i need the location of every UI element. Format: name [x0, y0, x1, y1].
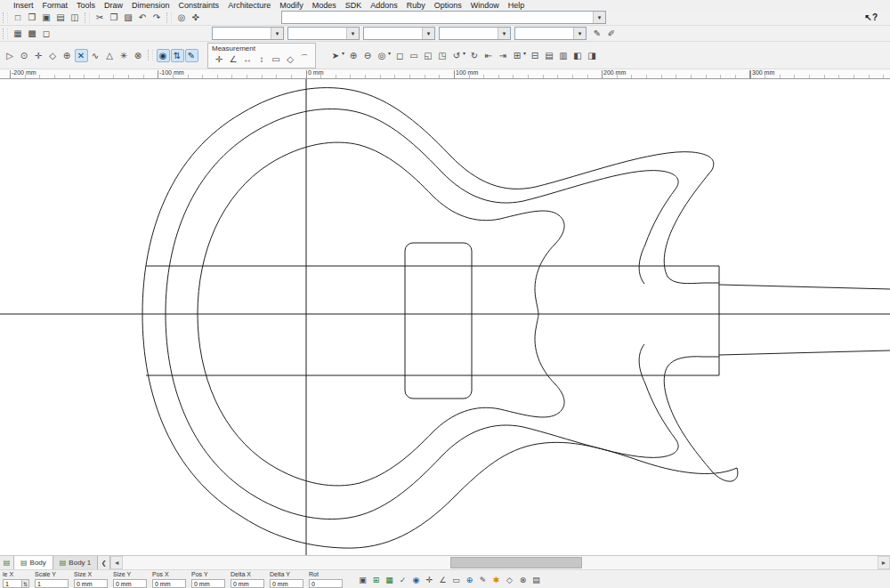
- chevron-down-icon[interactable]: ▾: [498, 28, 510, 39]
- chevron-down-icon[interactable]: ▾: [346, 28, 359, 39]
- pan-right-icon[interactable]: ⇥: [497, 49, 510, 62]
- menu-item-ruby[interactable]: Ruby: [402, 1, 430, 10]
- layer-combo[interactable]: ▾: [212, 27, 284, 40]
- lineweight-combo[interactable]: ▾: [439, 27, 511, 40]
- chevron-down-icon[interactable]: ▾: [463, 50, 465, 56]
- edit-mode-icon[interactable]: ✎: [477, 574, 489, 585]
- tab-body[interactable]: ▤ Body: [14, 556, 53, 569]
- view-bottom-icon[interactable]: ▥: [557, 49, 570, 62]
- view-top-icon[interactable]: ▤: [543, 49, 556, 62]
- no-snap-icon[interactable]: ✕: [75, 49, 88, 62]
- snap-on-icon[interactable]: ✓: [397, 574, 409, 585]
- scale-y-input[interactable]: 1: [35, 579, 69, 588]
- menu-item-constraints[interactable]: Constraints: [174, 1, 224, 10]
- paste-icon[interactable]: ▨: [122, 11, 135, 24]
- toolbar-grip[interactable]: [3, 28, 8, 39]
- angle-snap-icon[interactable]: ∠: [437, 574, 449, 585]
- toolbar-grip[interactable]: [148, 50, 153, 60]
- snap-curve-icon[interactable]: ∿: [89, 49, 102, 62]
- zoom-out-icon[interactable]: ⊖: [361, 49, 375, 62]
- ortho-icon[interactable]: ▭: [450, 574, 462, 585]
- snap-diamond-icon[interactable]: ◇: [46, 49, 60, 62]
- tab-body-1[interactable]: ▤ Body 1: [53, 556, 98, 569]
- copy-icon[interactable]: ❐: [108, 11, 121, 24]
- menu-item-format[interactable]: Format: [38, 1, 73, 10]
- chevron-down-icon[interactable]: ▾: [342, 50, 344, 56]
- menu-item-modes[interactable]: Modes: [308, 1, 341, 10]
- measure-distance-icon[interactable]: ↔: [241, 52, 255, 66]
- tab-list-button[interactable]: ▤: [0, 556, 14, 569]
- rotate-cw-icon[interactable]: ↻: [468, 49, 481, 62]
- menu-item-draw[interactable]: Draw: [100, 1, 127, 10]
- rot-input[interactable]: 0: [309, 579, 343, 588]
- scrollbar-thumb[interactable]: [450, 557, 582, 568]
- measure-angle-icon[interactable]: ∠: [227, 52, 240, 66]
- measure-diagonal-icon[interactable]: ◇: [284, 52, 297, 66]
- toolbar-grip[interactable]: [85, 12, 90, 23]
- snap-star-icon[interactable]: ✳: [117, 49, 131, 62]
- snap-intersection-icon[interactable]: ⊗: [132, 49, 145, 62]
- horizontal-scrollbar[interactable]: ◄ ►: [110, 556, 890, 569]
- measure-area-icon[interactable]: ▭: [270, 52, 283, 66]
- selection-info-combo[interactable]: ▾: [281, 11, 606, 24]
- sketch-icon[interactable]: ✎: [185, 49, 198, 62]
- properties-icon[interactable]: ◻: [40, 27, 53, 40]
- zoom-full-icon[interactable]: ▭: [408, 49, 421, 62]
- linetype-combo[interactable]: ▾: [363, 27, 435, 40]
- pos-x-input[interactable]: 0 mm: [152, 579, 186, 588]
- menu-item-options[interactable]: Options: [430, 1, 466, 10]
- chevron-down-icon[interactable]: ▾: [523, 50, 526, 56]
- horizontal-ruler[interactable]: -200 mm -100 mm 0 mm 100 mm 200 mm 300 m…: [0, 69, 890, 79]
- neck-through-lines[interactable]: [146, 266, 890, 375]
- zoom-select-icon[interactable]: ➤: [329, 49, 343, 62]
- grid-remove-icon[interactable]: ⊟: [529, 49, 542, 62]
- measure-vertical-icon[interactable]: ↕: [255, 52, 269, 66]
- undo-icon[interactable]: ↶: [136, 11, 150, 24]
- snap-cross-icon[interactable]: ✛: [32, 49, 45, 62]
- spinner-icon[interactable]: ⇅: [22, 579, 29, 588]
- menu-item-insert[interactable]: Insert: [9, 1, 38, 10]
- select-tool-icon[interactable]: ▷: [4, 49, 17, 62]
- scroll-left-arrow-icon[interactable]: ◄: [110, 556, 123, 569]
- view-right-icon[interactable]: ◳: [436, 49, 449, 62]
- print-icon[interactable]: ▤: [54, 11, 68, 24]
- constrain-icon[interactable]: ⇅: [171, 49, 184, 62]
- layer-state-icon[interactable]: ▤: [530, 574, 542, 585]
- magnetic-point-icon[interactable]: ◉: [157, 49, 170, 62]
- grid-display-icon[interactable]: ▦: [384, 574, 395, 585]
- snap-triangle-icon[interactable]: △: [103, 49, 117, 62]
- chevron-down-icon[interactable]: ▾: [573, 28, 586, 39]
- cut-icon[interactable]: ✂: [93, 11, 107, 24]
- zoom-icon[interactable]: ◎: [175, 11, 189, 24]
- toolbar-grip[interactable]: [166, 12, 172, 23]
- hatch-icon[interactable]: ▩: [26, 27, 39, 40]
- menu-item-addons[interactable]: Addons: [366, 1, 402, 10]
- zoom-extents-icon[interactable]: ◎: [376, 49, 389, 62]
- layers-icon[interactable]: ▦: [12, 27, 25, 40]
- redo-icon[interactable]: ↷: [150, 11, 164, 24]
- polar-icon[interactable]: ⊕: [464, 574, 475, 585]
- snap-center-icon[interactable]: ⊕: [61, 49, 74, 62]
- scroll-right-arrow-icon[interactable]: ►: [878, 556, 890, 569]
- intersection-icon[interactable]: ⊗: [517, 574, 529, 585]
- chevron-down-icon[interactable]: ▾: [388, 50, 391, 56]
- zoom-window-icon[interactable]: ◻: [393, 49, 407, 62]
- toolbar-grip[interactable]: [3, 12, 8, 23]
- diamond-snap-icon[interactable]: ◇: [504, 574, 515, 585]
- pos-y-input[interactable]: 0 mm: [191, 579, 225, 588]
- chevron-down-icon[interactable]: ▾: [271, 28, 283, 39]
- tab-scroll-left-button[interactable]: ❮: [98, 556, 110, 569]
- zoom-in-icon[interactable]: ⊕: [347, 49, 360, 62]
- menu-item-help[interactable]: Help: [504, 1, 530, 10]
- drawing-canvas[interactable]: [0, 79, 890, 555]
- print-preview-icon[interactable]: ◫: [69, 11, 82, 24]
- new-file-icon[interactable]: □: [12, 11, 25, 24]
- link-icon[interactable]: ▣: [357, 574, 368, 585]
- shade-left-icon[interactable]: ◧: [571, 49, 585, 62]
- color-combo[interactable]: ▾: [287, 27, 360, 40]
- delta-x-input[interactable]: 0 mm: [231, 579, 264, 588]
- grid-snap-icon[interactable]: ⊞: [370, 574, 382, 585]
- guitar-outer-contour[interactable]: [142, 88, 738, 549]
- rotate-ccw-icon[interactable]: ↺: [450, 49, 464, 62]
- pan-left-icon[interactable]: ⇤: [482, 49, 496, 62]
